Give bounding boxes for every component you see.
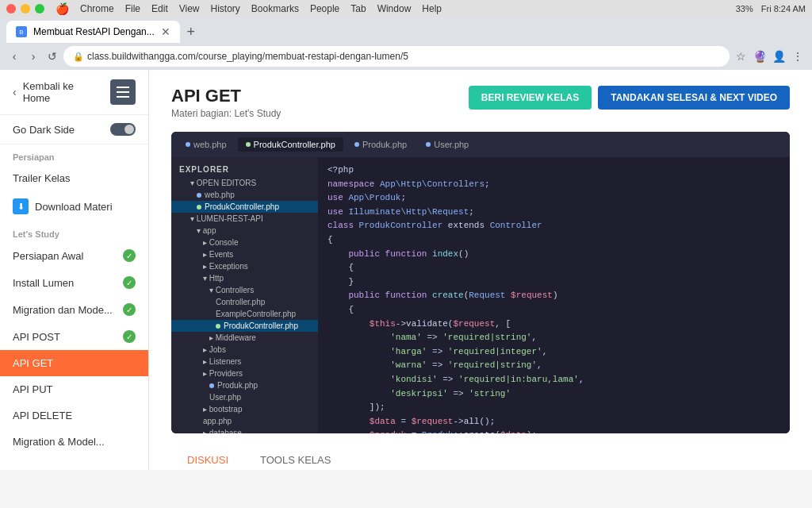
sidebar-item-api-delete[interactable]: API DELETE — [0, 402, 148, 429]
folder-jobs[interactable]: ▸ Jobs — [171, 344, 318, 356]
title-area: API GET Materi bagian: Let's Study — [171, 86, 281, 119]
folder-console[interactable]: ▸ Console — [171, 237, 318, 248]
forward-button[interactable]: › — [25, 48, 41, 64]
menu-tab[interactable]: Tab — [350, 3, 366, 14]
menu-view[interactable]: View — [179, 3, 200, 14]
dark-mode-toggle[interactable] — [110, 123, 136, 136]
file-produk-controller-tree[interactable]: ProdukController.php — [171, 320, 318, 332]
sidebar-item-label: Trailer Kelas — [13, 172, 70, 184]
sidebar-item-download[interactable]: ⬇ Download Materi — [0, 191, 148, 221]
traffic-lights — [6, 4, 44, 13]
code-line: class ProdukController extends Controlle… — [327, 219, 780, 233]
folder-controllers[interactable]: ▾ Controllers — [171, 284, 318, 296]
folder-providers[interactable]: ▸ Providers — [171, 368, 318, 379]
sidebar-item-trailer[interactable]: Trailer Kelas — [0, 165, 148, 191]
menu-help[interactable]: Help — [422, 3, 442, 14]
tab-dot — [426, 142, 431, 147]
sidebar-item-api-get[interactable]: API GET — [0, 350, 148, 376]
folder-database[interactable]: ▸ database — [171, 427, 318, 433]
editor-tab-produk[interactable]: Produk.php — [347, 137, 415, 152]
close-button[interactable] — [6, 4, 16, 13]
code-line: } — [327, 275, 780, 290]
editor-tab-user[interactable]: User.php — [418, 137, 477, 152]
folder-http[interactable]: ▾ Http — [171, 272, 318, 284]
header-buttons: BERI REVIEW KELAS TANDAKAN SELESAI & NEX… — [469, 86, 790, 110]
sidebar-item-label: API PUT — [13, 383, 53, 395]
code-line: $produk = Produk::create($data); — [327, 429, 780, 433]
menu-history[interactable]: History — [211, 3, 240, 14]
menu-edit[interactable]: Edit — [151, 3, 168, 14]
file-controller[interactable]: Controller.php — [171, 296, 318, 308]
new-tab-button[interactable]: + — [180, 21, 202, 43]
file-tree: EXPLORER ▾ OPEN EDITORS web.php ProdukCo… — [171, 157, 318, 433]
folder-exceptions[interactable]: ▸ Exceptions — [171, 260, 318, 272]
file-produk-controller[interactable]: ProdukController.php — [171, 201, 318, 213]
file-produk[interactable]: Produk.php — [171, 379, 318, 391]
sidebar-item-api-post[interactable]: API POST ✓ — [0, 323, 148, 350]
fullscreen-button[interactable] — [35, 4, 44, 13]
sidebar-item-install-lumen[interactable]: Install Lumen ✓ — [0, 269, 148, 296]
menu-apple[interactable]: 🍎 — [56, 2, 69, 15]
tab-tools-kelas[interactable]: TOOLS KELAS — [244, 446, 347, 470]
code-editor: web.php ProdukController.php Produk.php … — [171, 132, 790, 433]
file-app-php[interactable]: app.php — [171, 415, 318, 427]
lumen-rest-api-folder[interactable]: ▾ LUMEN-REST-API — [171, 213, 318, 225]
battery-indicator: 33% — [736, 4, 753, 13]
folder-app[interactable]: ▾ app — [171, 225, 318, 237]
code-line: 'kondisi' => 'required|in:baru,lama', — [327, 373, 780, 387]
menu-chrome[interactable]: Chrome — [80, 3, 114, 14]
code-line: <?php — [327, 164, 780, 178]
section-title-persiapan: Persiapan — [0, 144, 148, 165]
code-line: { — [327, 261, 780, 275]
page-title: API GET — [171, 86, 281, 106]
check-icon: ✓ — [123, 330, 136, 343]
section-title-lets-study: Let's Study — [0, 221, 148, 242]
folder-events[interactable]: ▸ Events — [171, 248, 318, 260]
sidebar-item-migration-model[interactable]: Migration & Model... — [0, 429, 148, 455]
menu-button[interactable]: ⋮ — [790, 48, 806, 64]
check-icon: ✓ — [123, 276, 136, 289]
editor-tab-web[interactable]: web.php — [178, 137, 235, 152]
back-button[interactable]: ‹ — [6, 48, 22, 64]
hamburger-menu[interactable] — [110, 79, 136, 105]
tab-favicon: B — [16, 26, 27, 37]
folder-middleware[interactable]: ▸ Middleware — [171, 332, 318, 344]
refresh-button[interactable]: ↺ — [44, 48, 60, 64]
address-bar[interactable]: 🔒 class.buildwithangga.com/course_playin… — [63, 46, 730, 67]
sidebar-item-label: API POST — [13, 331, 60, 343]
bookmark-button[interactable]: ☆ — [733, 48, 749, 64]
editor-tab-produk-controller[interactable]: ProdukController.php — [238, 137, 343, 152]
sidebar-item-label: Migration & Model... — [13, 436, 105, 448]
folder-bootstrap[interactable]: ▸ bootstrap — [171, 403, 318, 415]
tab-close-button[interactable]: ✕ — [161, 25, 170, 38]
next-video-button[interactable]: TANDAKAN SELESAI & NEXT VIDEO — [598, 86, 790, 110]
account-button[interactable]: 👤 — [771, 48, 787, 64]
menu-window[interactable]: Window — [377, 3, 412, 14]
sidebar-item-label: Persiapan Awal — [13, 250, 83, 262]
menu-file[interactable]: File — [125, 3, 140, 14]
menu-bookmarks[interactable]: Bookmarks — [251, 3, 299, 14]
menu-people[interactable]: People — [310, 3, 339, 14]
file-web-php[interactable]: web.php — [171, 189, 318, 201]
toggle-knob — [124, 125, 134, 134]
back-to-home[interactable]: ‹ Kembali ke Home — [0, 70, 148, 115]
tab-dot — [354, 142, 359, 147]
file-user[interactable]: User.php — [171, 391, 318, 403]
content-header: API GET Materi bagian: Let's Study BERI … — [171, 86, 790, 119]
check-icon: ✓ — [123, 303, 136, 316]
tab-diskusi[interactable]: DISKUSI — [171, 446, 244, 470]
tab-dot — [186, 142, 190, 147]
review-button[interactable]: BERI REVIEW KELAS — [469, 86, 592, 110]
file-example-controller[interactable]: ExampleController.php — [171, 308, 318, 320]
sidebar-item-migration-mode[interactable]: Migration dan Mode... ✓ — [0, 296, 148, 323]
sidebar-item-persiapan-awal[interactable]: Persiapan Awal ✓ — [0, 242, 148, 269]
sidebar-item-api-put[interactable]: API PUT — [0, 376, 148, 402]
sidebar-item-label: Download Materi — [35, 201, 113, 213]
app-layout: ‹ Kembali ke Home Go Dark Side Persiapan… — [0, 70, 812, 470]
folder-listeners[interactable]: ▸ Listeners — [171, 356, 318, 368]
extension-button[interactable]: 🔮 — [752, 48, 768, 64]
minimize-button[interactable] — [21, 4, 30, 13]
lock-icon: 🔒 — [73, 52, 84, 62]
browser-tab[interactable]: B Membuat RestAPI Dengan... ✕ — [6, 21, 180, 43]
editor-tabs: web.php ProdukController.php Produk.php … — [171, 132, 790, 157]
